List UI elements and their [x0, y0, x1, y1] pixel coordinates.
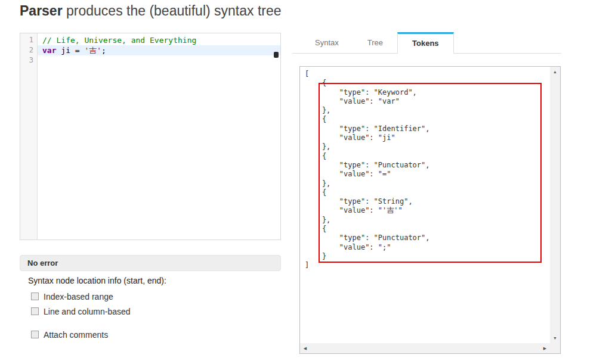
checkbox-label: Index-based range: [44, 292, 113, 301]
tokens-panel: [ { "type": "Keyword", "value": "var" },…: [299, 66, 561, 354]
horizontal-scrollbar[interactable]: ◀ ▶: [300, 343, 550, 353]
page-title: Parser produces the (beautiful) syntax t…: [20, 3, 282, 19]
checkbox-row: Line and column-based: [28, 304, 166, 319]
scroll-left-icon[interactable]: ◀: [300, 343, 310, 353]
line-number: 1: [20, 35, 38, 45]
status-text: No error: [27, 259, 58, 267]
checkbox-row: Attach comments: [28, 327, 166, 342]
checkbox-row: Index-based range: [28, 289, 166, 304]
scroll-down-icon[interactable]: ▼: [550, 333, 560, 343]
location-options: Syntax node location info (start, end): …: [28, 276, 166, 342]
tab-tree[interactable]: Tree: [353, 32, 397, 53]
editor-scroll-marker: [274, 52, 279, 58]
tokens-json-content: [ { "type": "Keyword", "value": "var" },…: [300, 67, 550, 343]
code-line: var ji = '吉';: [38, 45, 280, 55]
page-title-rest: produces the (beautiful) syntax tree: [63, 3, 282, 18]
status-bar: No error: [20, 255, 281, 271]
line-number: 3: [20, 55, 38, 66]
line-number: 2: [20, 45, 38, 55]
code-line: [38, 55, 280, 66]
editor-line[interactable]: 1// Life, Universe, and Everything: [20, 35, 280, 45]
code-line: // Life, Universe, and Everything: [38, 35, 280, 45]
tab-tokens[interactable]: Tokens: [397, 32, 454, 54]
checkbox-group: Index-based rangeLine and column-basedAt…: [28, 289, 166, 342]
editor-line[interactable]: 3: [20, 55, 280, 66]
scroll-right-icon[interactable]: ▶: [540, 343, 550, 353]
result-tabs: SyntaxTreeTokens: [292, 33, 561, 54]
editor-line[interactable]: 2var ji = '吉';: [20, 45, 280, 55]
checkbox-label: Attach comments: [44, 330, 108, 340]
options-heading: Syntax node location info (start, end):: [28, 276, 166, 285]
checkbox-index-based-range[interactable]: [31, 293, 39, 300]
scrollbar-corner: [550, 343, 560, 353]
scroll-up-icon[interactable]: ▲: [550, 67, 560, 77]
vertical-scrollbar[interactable]: ▲ ▼: [550, 67, 560, 343]
tab-syntax[interactable]: Syntax: [301, 32, 353, 53]
checkbox-line-and-column-based[interactable]: [31, 307, 39, 315]
editor-lines: 1// Life, Universe, and Everything2var j…: [20, 35, 280, 66]
checkbox-label: Line and column-based: [44, 307, 131, 316]
code-editor[interactable]: 1// Life, Universe, and Everything2var j…: [20, 33, 281, 240]
page-title-keyword: Parser: [20, 3, 63, 18]
checkbox-attach-comments[interactable]: [31, 331, 39, 338]
